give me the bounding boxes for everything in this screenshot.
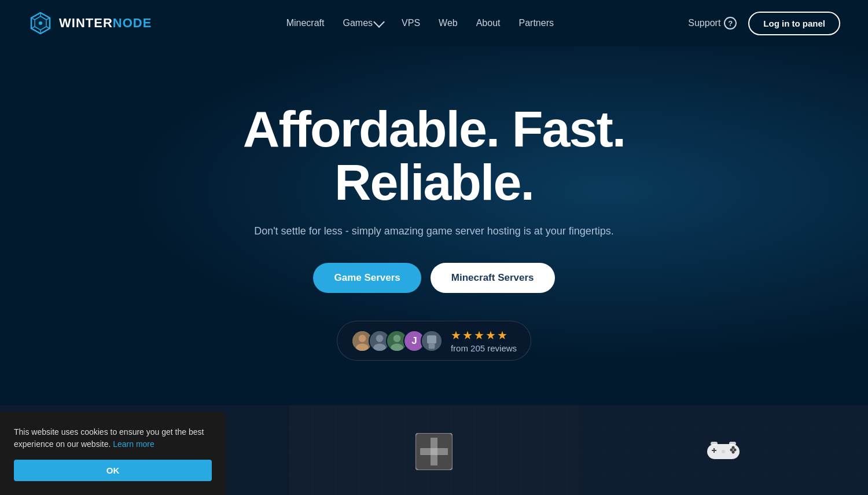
star-4: ★ [486, 328, 496, 342]
nav-links: Minecraft Games VPS Web About Partners [286, 18, 554, 28]
support-link[interactable]: Support ? [688, 17, 737, 30]
reviews-badge: J ★ ★ ★ ★ ★ from 205 reviews [337, 321, 531, 361]
logo-node: NODE [113, 16, 152, 30]
login-button[interactable]: Log in to panel [748, 12, 840, 35]
question-icon: ? [724, 17, 737, 30]
hero-title: Affordable. Fast. Reliable. [243, 102, 625, 210]
star-5: ★ [497, 328, 507, 342]
avatar-stack: J [351, 330, 443, 352]
chevron-down-icon [373, 16, 385, 28]
nav-vps[interactable]: VPS [402, 18, 420, 28]
card-center[interactable] [289, 405, 579, 495]
logo-winter: WINTER [59, 16, 113, 30]
svg-point-29 [734, 449, 737, 452]
cookie-ok-button[interactable]: OK [14, 460, 212, 481]
cookie-message: This website uses cookies to ensure you … [14, 426, 212, 450]
svg-point-30 [732, 446, 735, 449]
reviews-info: ★ ★ ★ ★ ★ from 205 reviews [451, 328, 517, 353]
hero-title-line2: Reliable. [334, 153, 534, 211]
nav-games-label: Games [343, 18, 373, 28]
avatar [421, 330, 443, 352]
svg-point-28 [730, 449, 733, 452]
game-servers-button[interactable]: Game Servers [313, 263, 421, 293]
nav-partners[interactable]: Partners [518, 18, 553, 28]
stars: ★ ★ ★ ★ ★ [451, 328, 517, 342]
star-2: ★ [462, 328, 473, 342]
svg-point-11 [356, 343, 368, 351]
navigation: WINTERNODE Minecraft Games VPS Web About… [0, 0, 868, 46]
hero-title-line1: Affordable. Fast. [243, 100, 625, 157]
svg-point-17 [391, 343, 403, 351]
minecraft-icon [415, 433, 453, 470]
star-3: ★ [474, 328, 484, 342]
cookie-learn-more[interactable]: Learn more [113, 439, 155, 449]
star-1: ★ [451, 328, 461, 342]
svg-rect-27 [713, 448, 715, 453]
nav-games-dropdown[interactable]: Games [343, 18, 383, 28]
hero-buttons: Game Servers Minecraft Servers [313, 263, 554, 293]
svg-rect-20 [429, 343, 435, 349]
reviews-text: from 205 reviews [451, 343, 517, 353]
svg-point-31 [732, 451, 735, 454]
nav-web[interactable]: Web [439, 18, 458, 28]
card-overlay-center [289, 405, 579, 495]
gamepad-icon [703, 437, 744, 466]
svg-rect-19 [427, 335, 436, 343]
logo[interactable]: WINTERNODE [28, 10, 152, 36]
hero-section: Affordable. Fast. Reliable. Don't settle… [0, 46, 868, 405]
cookie-banner: This website uses cookies to ensure you … [0, 412, 226, 495]
support-label: Support [688, 18, 720, 28]
nav-right: Support ? Log in to panel [688, 12, 840, 35]
card-overlay-right [579, 405, 868, 495]
hero-subtitle: Don't settle for less - simply amazing g… [254, 225, 614, 237]
svg-point-34 [722, 450, 725, 453]
nav-about[interactable]: About [476, 18, 501, 28]
svg-point-8 [39, 21, 42, 25]
svg-point-14 [373, 343, 385, 351]
nav-minecraft[interactable]: Minecraft [286, 18, 325, 28]
svg-point-10 [359, 335, 366, 342]
svg-point-13 [376, 335, 384, 342]
card-right[interactable] [579, 405, 868, 495]
svg-point-16 [393, 335, 401, 342]
svg-rect-32 [711, 442, 718, 445]
minecraft-servers-button[interactable]: Minecraft Servers [431, 263, 555, 293]
svg-rect-24 [431, 448, 437, 455]
svg-rect-33 [729, 442, 736, 445]
